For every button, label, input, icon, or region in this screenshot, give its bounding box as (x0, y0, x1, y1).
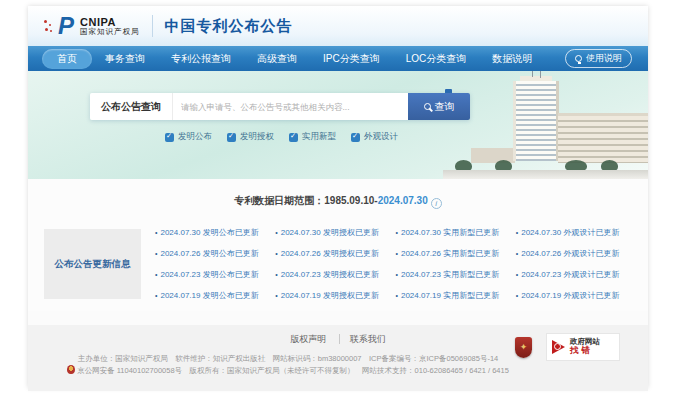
update-item[interactable]: 2024.07.30 外观设计已更新 (516, 227, 632, 238)
update-item[interactable]: 2024.07.19 发明授权已更新 (275, 290, 391, 301)
filter-utility-model[interactable]: 实用新型 (289, 131, 336, 143)
info-icon[interactable] (431, 198, 442, 209)
logo-dots-icon (44, 18, 54, 34)
checkbox-checked-icon[interactable] (165, 133, 174, 142)
footer-line2: 版权所有：国家知识产权局（未经许可不得复制） 网站技术支持：010-620864… (182, 366, 509, 375)
road (443, 170, 648, 179)
cnipa-building-photo (443, 71, 648, 179)
date-range-label: 专利数据日期范围： (234, 195, 324, 206)
cnipa-logo: P CNIPA 国家知识产权局 (44, 14, 140, 38)
update-item[interactable]: 2024.07.26 发明公布已更新 (155, 248, 271, 259)
website-error-report-badge[interactable]: 政府网站 找错 (546, 333, 620, 361)
public-security-badge-icon (67, 365, 75, 374)
checkbox-checked-icon[interactable] (351, 133, 360, 142)
nav-item-loc-query[interactable]: LOC分类查询 (393, 49, 480, 69)
search-input[interactable] (173, 93, 408, 120)
filter-label: 外观设计 (364, 131, 398, 143)
update-item[interactable]: 2024.07.26 实用新型已更新 (396, 248, 512, 259)
patent-type-filters: 发明公布 发明授权 实用新型 外观设计 (165, 131, 470, 143)
nav-item-transaction-query[interactable]: 事务查询 (92, 49, 158, 69)
error-report-badge-line2: 找错 (570, 346, 600, 356)
error-report-magnifier-icon (552, 340, 565, 354)
nav-item-gazette-query[interactable]: 专利公报查询 (158, 49, 244, 69)
search-button[interactable]: 查询 (408, 93, 470, 120)
security-record-link[interactable]: 京公网安备 11040102700058号 (77, 366, 182, 375)
checkbox-checked-icon[interactable] (289, 133, 298, 142)
site-title: 中国专利公布公告 (165, 17, 293, 36)
filter-invention-grant[interactable]: 发明授权 (227, 131, 274, 143)
filter-design[interactable]: 外观设计 (351, 131, 398, 143)
building-tower (513, 81, 559, 161)
government-emblem-badge[interactable]: ✦ (515, 337, 532, 358)
filter-invention-publication[interactable]: 发明公布 (165, 131, 212, 143)
update-item[interactable]: 2024.07.23 外观设计已更新 (516, 269, 632, 280)
update-item[interactable]: 2024.07.23 发明授权已更新 (275, 269, 391, 280)
checkbox-checked-icon[interactable] (227, 133, 236, 142)
usage-help-button[interactable]: 使用说明 (565, 49, 632, 68)
search-section-label: 公布公告查询 (90, 93, 173, 120)
nav-item-advanced-query[interactable]: 高级查询 (244, 49, 310, 69)
update-info-section: 公布公告更新信息 2024.07.30 发明公布已更新 2024.07.30 发… (44, 227, 632, 301)
search-icon (424, 103, 431, 110)
date-range-start: 1985.09.10 (324, 195, 374, 206)
update-item[interactable]: 2024.07.26 外观设计已更新 (516, 248, 632, 259)
footer: 版权声明 联系我们 主办单位：国家知识产权局 软件维护：知识产权出版社 网站标识… (28, 325, 648, 391)
update-item[interactable]: 2024.07.19 外观设计已更新 (516, 290, 632, 301)
nav-item-ipc-query[interactable]: IPC分类查询 (310, 49, 393, 69)
patent-data-date-range: 专利数据日期范围：1985.09.10-2024.07.30 (28, 194, 648, 209)
main-nav: 首页 事务查询 专利公报查询 高级查询 IPC分类查询 LOC分类查询 数据说明… (28, 46, 648, 71)
header-divider (152, 15, 153, 37)
footer-badges: ✦ 政府网站 找错 (515, 333, 620, 361)
update-item[interactable]: 2024.07.23 实用新型已更新 (396, 269, 512, 280)
update-item[interactable]: 2024.07.19 实用新型已更新 (396, 290, 512, 301)
update-item[interactable]: 2024.07.19 发明公布已更新 (155, 290, 271, 301)
search-button-label: 查询 (435, 100, 455, 114)
footer-link-copyright[interactable]: 版权声明 (280, 334, 336, 344)
emblem-icon: ✦ (520, 342, 528, 352)
update-item[interactable]: 2024.07.30 实用新型已更新 (396, 227, 512, 238)
update-info-title: 公布公告更新信息 (44, 229, 141, 299)
update-item[interactable]: 2024.07.30 发明公布已更新 (155, 227, 271, 238)
nav-item-data-description[interactable]: 数据说明 (479, 49, 545, 69)
hero-banner: 公布公告查询 查询 发明公布 发明授权 实用新型 (28, 71, 648, 179)
usage-help-label: 使用说明 (586, 52, 622, 65)
logo-org-name: 国家知识产权局 (80, 28, 140, 36)
page-container: P CNIPA 国家知识产权局 中国专利公布公告 首页 事务查询 专利公报查询 … (28, 6, 648, 388)
footer-line1: 主办单位：国家知识产权局 软件维护：知识产权出版社 网站标识码：bm380000… (58, 353, 518, 365)
nav-item-home[interactable]: 首页 (42, 49, 92, 69)
footer-link-contact[interactable]: 联系我们 (339, 334, 396, 344)
main-content: 专利数据日期范围：1985.09.10-2024.07.30 公布公告更新信息 … (28, 179, 648, 311)
update-item[interactable]: 2024.07.23 发明公布已更新 (155, 269, 271, 280)
search-section: 公布公告查询 查询 发明公布 发明授权 实用新型 (90, 93, 470, 143)
update-item[interactable]: 2024.07.30 发明授权已更新 (275, 227, 391, 238)
filter-label: 实用新型 (302, 131, 336, 143)
update-item[interactable]: 2024.07.26 发明授权已更新 (275, 248, 391, 259)
date-range-end: 2024.07.30 (378, 195, 428, 206)
building-right (558, 113, 648, 163)
logo-p-icon: P (58, 14, 74, 38)
update-grid: 2024.07.30 发明公布已更新 2024.07.30 发明授权已更新 20… (155, 227, 632, 301)
footer-info: 主办单位：国家知识产权局 软件维护：知识产权出版社 网站标识码：bm380000… (58, 353, 518, 377)
lightbulb-icon (575, 55, 582, 62)
header: P CNIPA 国家知识产权局 中国专利公布公告 (28, 6, 648, 46)
filter-label: 发明公布 (178, 131, 212, 143)
filter-label: 发明授权 (240, 131, 274, 143)
